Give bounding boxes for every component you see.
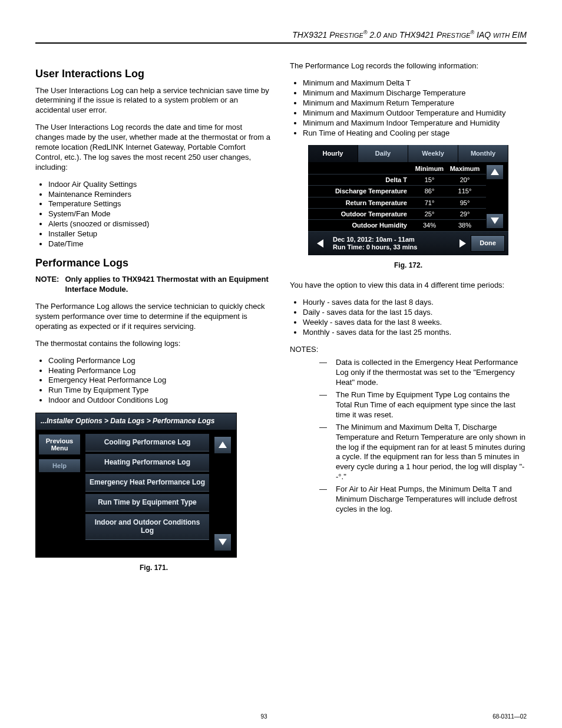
arrow-down-icon xyxy=(219,539,227,545)
scroll-up-button[interactable] xyxy=(486,164,504,180)
hdr-p9: EIM xyxy=(510,30,527,39)
table-row: Outdoor Temperature 25° 29° xyxy=(308,208,486,219)
page-header: THX9321 PRESTIGE® 2.0 AND THX9421 PRESTI… xyxy=(35,29,527,44)
hdr-p5: THX9421 P xyxy=(397,30,442,39)
ub-5: Installer Setup xyxy=(48,229,272,239)
help-button[interactable]: Help xyxy=(38,459,81,473)
row-min: 25° xyxy=(412,210,447,218)
row-label: Outdoor Humidity xyxy=(312,221,412,229)
tab-daily[interactable]: Daily xyxy=(358,145,408,162)
list-item[interactable]: Emergency Heat Performance Log xyxy=(85,474,209,492)
note-row: NOTE: Only applies to THX9421 Thermostat… xyxy=(35,275,272,295)
row-label: Outdoor Temperature xyxy=(312,210,412,218)
row-max: 29° xyxy=(447,210,482,218)
row-label: Delta T xyxy=(312,176,412,184)
prev-button[interactable] xyxy=(312,235,328,252)
row-label: Discharge Temperature xyxy=(312,187,412,195)
ub-3: System/Fan Mode xyxy=(48,209,272,219)
hdr-p6: RESTIGE xyxy=(442,32,470,39)
left-column: User Interactions Log The User Interacti… xyxy=(35,61,272,583)
list-item[interactable]: Cooling Performance Log xyxy=(85,434,209,452)
rb-4: Minimum and Maximum Indoor Temperature a… xyxy=(303,118,527,129)
period-bullets: Hourly - saves data for the last 8 days.… xyxy=(290,298,527,338)
rb-2: Minimum and Maximum Return Temperature xyxy=(303,98,527,108)
row-min: 15° xyxy=(412,176,447,184)
ub-0: Indoor Air Quality Settings xyxy=(48,180,272,190)
page-footer: 93 68-0311—02 xyxy=(35,713,527,720)
note-text: For Air to Air Heat Pumps, the Minimum D… xyxy=(336,485,527,515)
table-row: Delta T 15° 20° xyxy=(308,174,486,185)
notes-item: —The Minimum and Maximum Delta T, Discha… xyxy=(319,423,527,482)
notes-heading: NOTES: xyxy=(290,345,527,355)
row-max: 115° xyxy=(447,187,482,195)
lb-1: Heating Performance Log xyxy=(48,366,272,376)
tab-weekly[interactable]: Weekly xyxy=(408,145,458,162)
rb-3: Minimum and Maximum Outdoor Temperature … xyxy=(303,108,527,118)
row-min: 71° xyxy=(412,199,447,207)
user-p2: The User Interactions Log records the da… xyxy=(35,123,272,172)
footer-text: Dec 10, 2012: 10am - 11am Run Time: 0 ho… xyxy=(328,236,454,250)
previous-menu-button[interactable]: Previous Menu xyxy=(38,434,81,455)
lb-4: Indoor and Outdoor Conditions Log xyxy=(48,396,272,406)
right-column: The Performance Log records the followin… xyxy=(290,61,527,583)
ub-2: Temperature Settings xyxy=(48,199,272,209)
row-max: 95° xyxy=(447,199,482,207)
row-min: 34% xyxy=(412,221,447,229)
note-text: The Minimum and Maximum Delta T, Dischar… xyxy=(336,423,527,482)
arrow-up-icon xyxy=(219,442,227,448)
hdr-p8: WITH xyxy=(493,32,510,39)
scroll-up-button[interactable] xyxy=(214,436,232,454)
list-item[interactable]: Run Time by Equipment Type xyxy=(85,494,209,512)
notes-item: —For Air to Air Heat Pumps, the Minimum … xyxy=(319,485,527,515)
lb-0: Cooling Performance Log xyxy=(48,356,272,366)
note-text: The Run Time by Equipment Type Log conta… xyxy=(336,390,527,420)
table-row: Return Temperature 71° 95° xyxy=(308,197,486,208)
log-bullets: Cooling Performance Log Heating Performa… xyxy=(35,356,272,406)
scroll-down-button[interactable] xyxy=(214,533,232,551)
row-max: 20° xyxy=(447,176,482,184)
done-button[interactable]: Done xyxy=(471,235,505,252)
hdr-p7: IAQ xyxy=(474,30,493,39)
rb-1: Minimum and Maximum Discharge Temperatur… xyxy=(303,88,527,98)
hdr-reg1: ® xyxy=(363,29,368,35)
doc-number: 68-0311—02 xyxy=(492,713,527,720)
rb-0: Minimum and Maximum Delta T xyxy=(303,78,527,88)
sidebar: Previous Menu Help xyxy=(36,430,83,557)
table-row: Discharge Temperature 86° 115° xyxy=(308,185,486,196)
heading-user-interactions: User Interactions Log xyxy=(35,67,272,81)
row-max: 38% xyxy=(447,221,482,229)
scroll-column xyxy=(486,162,508,231)
footer-bar: Dec 10, 2012: 10am - 11am Run Time: 0 ho… xyxy=(308,231,508,255)
col-min: Minimum xyxy=(412,164,447,173)
page-number: 93 xyxy=(261,713,267,720)
fig171-ui: ...Installer Options > Data Logs > Perfo… xyxy=(35,413,237,558)
notes-block: NOTES: —Data is collected in the Emergen… xyxy=(290,345,527,515)
ub-6: Date/Time xyxy=(48,239,272,249)
list-item[interactable]: Heating Performance Log xyxy=(85,454,209,472)
tab-hourly[interactable]: Hourly xyxy=(308,145,358,162)
scroll-down-button[interactable] xyxy=(486,213,504,229)
arrow-right-icon xyxy=(459,239,466,248)
hdr-p4: AND xyxy=(384,32,397,39)
perf-p3: The Performance Log allows the service t… xyxy=(35,302,272,332)
next-button[interactable] xyxy=(454,235,471,252)
user-bullets: Indoor Air Quality Settings Maintenance … xyxy=(35,180,272,249)
fig172-caption: Fig. 172. xyxy=(290,261,527,271)
arrow-left-icon xyxy=(317,239,323,248)
arrow-down-icon xyxy=(491,218,499,224)
pb-0: Hourly - saves data for the last 8 days. xyxy=(303,298,527,308)
tab-monthly[interactable]: Monthly xyxy=(458,145,508,162)
list-item[interactable]: Indoor and Outdoor Conditions Log xyxy=(85,514,209,539)
rb-5: Run Time of Heating and Cooling per stag… xyxy=(303,129,527,139)
log-list: Cooling Performance Log Heating Performa… xyxy=(83,430,211,557)
table-row: Outdoor Humidity 34% 38% xyxy=(308,219,486,230)
fig172-ui: Hourly Daily Weekly Monthly Minimum Maxi… xyxy=(308,145,508,255)
perf-p4: The thermostat contains the following lo… xyxy=(35,339,272,349)
tabs: Hourly Daily Weekly Monthly xyxy=(308,145,508,162)
ub-1: Maintenance Reminders xyxy=(48,190,272,200)
foot-line2: Run Time: 0 hours, 33 mins xyxy=(333,243,454,251)
row-min: 86° xyxy=(412,187,447,195)
breadcrumb: ...Installer Options > Data Logs > Perfo… xyxy=(36,413,236,430)
data-table: Minimum Maximum Delta T 15° 20° Discharg… xyxy=(308,162,486,231)
arrow-up-icon xyxy=(491,169,499,175)
